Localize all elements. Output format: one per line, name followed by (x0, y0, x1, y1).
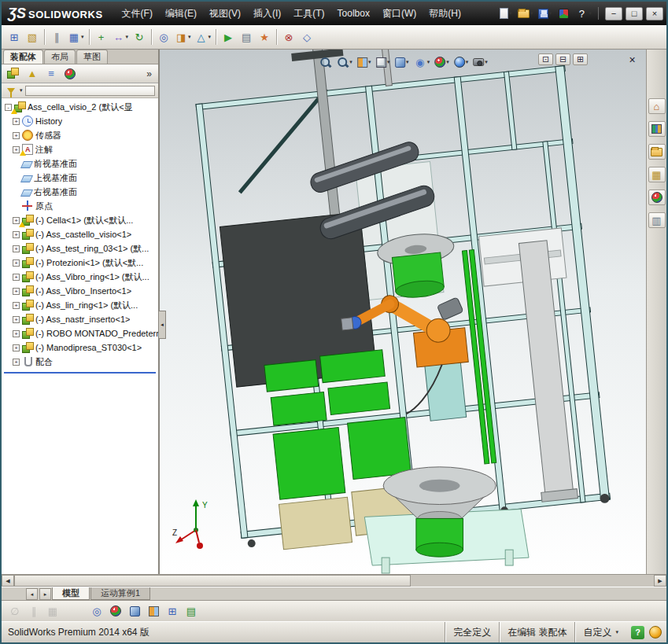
tree-expander[interactable]: + (13, 302, 20, 309)
quick-grid-button[interactable]: ⊞ (164, 602, 181, 620)
menu-item-2[interactable]: 视图(V) (203, 2, 247, 25)
filter-funnel-icon[interactable] (5, 84, 17, 97)
exploded-view-button[interactable]: ★ (256, 28, 273, 46)
tree-expander[interactable]: + (13, 146, 20, 153)
bill-of-materials-button[interactable]: ▤ (238, 28, 255, 46)
apply-scene-caret[interactable]: ▾ (466, 59, 469, 65)
tree-item-13[interactable]: +(-) Ass_Vibro_Inserto<1> (2, 284, 158, 298)
view-settings-button[interactable]: ▾ (471, 53, 489, 72)
quick-hide-show-button[interactable]: ◎ (88, 602, 105, 620)
tree-item-3[interactable]: +注解 (2, 142, 158, 156)
configuration-manager-button[interactable]: ≡ (42, 64, 60, 83)
filter-caret[interactable]: ▾ (20, 87, 23, 94)
tree-item-5[interactable]: 上视基准面 (2, 171, 158, 185)
minimize-doc-button[interactable]: ⊟ (555, 53, 570, 65)
open-document-caret[interactable]: ▾ (530, 10, 533, 17)
view-settings-caret[interactable]: ▾ (485, 59, 488, 65)
tree-expander[interactable]: + (13, 288, 20, 295)
tree-item-14[interactable]: +(-) Ass_lin_ring<1> (默认... (2, 298, 158, 312)
tree-expander[interactable]: + (13, 274, 20, 281)
quick-section-button[interactable] (145, 602, 162, 620)
tree-item-18[interactable]: +配合 (2, 355, 158, 369)
scroll-left-arrow[interactable]: ◀ (2, 575, 14, 587)
view-orientation-button[interactable]: ▾ (375, 53, 392, 72)
display-style-button[interactable]: ▾ (393, 53, 411, 72)
quick-table-button[interactable]: ▤ (183, 602, 200, 620)
tree-item-9[interactable]: +(-) Ass_castello_visio<1> (2, 227, 158, 241)
show-hidden-components-button[interactable]: ◎ (155, 28, 172, 46)
insert-component-button[interactable]: ⊞ (6, 28, 23, 46)
panel-tab-2[interactable]: 草图 (76, 50, 108, 64)
smart-fasteners-button[interactable]: + (93, 28, 110, 46)
help-caret[interactable]: ▾ (589, 10, 592, 17)
open-part-button[interactable]: ▧ (24, 28, 41, 46)
quick-mate-button[interactable]: ∥ (25, 602, 42, 620)
tree-item-4[interactable]: 前视基准面 (2, 156, 158, 171)
menu-item-0[interactable]: 文件(F) (116, 2, 159, 25)
tree-expander[interactable]: + (13, 118, 20, 125)
menu-item-7[interactable]: 帮助(H) (423, 2, 467, 25)
status-custom-dropdown[interactable]: 自定义 ▾ (574, 622, 626, 642)
help-button[interactable]: ?▾ (574, 4, 593, 23)
menu-item-4[interactable]: 工具(T) (287, 2, 330, 25)
solidworks-box-button[interactable] (555, 4, 572, 23)
new-document-caret[interactable]: ▾ (509, 10, 512, 17)
tree-expander[interactable]: + (13, 245, 20, 252)
graphics-viewport[interactable]: ▾▾▾▾◉▾▾▾▾ ⊡⊟⊞× Y Z (160, 50, 646, 574)
rotate-component-button[interactable]: ↻ (131, 28, 148, 46)
selection-filter-button[interactable]: ∅ (6, 602, 24, 620)
tree-expander[interactable]: + (13, 359, 20, 366)
feature-manager-button[interactable] (5, 64, 22, 83)
quick-appearance-button[interactable] (107, 602, 124, 620)
view-orientation-caret[interactable]: ▾ (387, 59, 390, 65)
tree-item-2[interactable]: +传感器 (2, 128, 158, 142)
section-view-button[interactable]: ▾ (356, 53, 373, 72)
tab-nav-1[interactable]: ▸ (39, 588, 51, 600)
maximize-doc-button[interactable]: ⊞ (573, 53, 588, 65)
linear-component-pattern-button[interactable]: ▦▾ (66, 28, 86, 46)
tab-nav-0[interactable]: ◂ (26, 588, 38, 600)
move-component-button[interactable]: ↔▾ (111, 28, 131, 46)
zoom-to-area-button[interactable]: ▾ (335, 53, 354, 72)
view-palette-button[interactable]: ▦ (648, 167, 666, 182)
section-view-caret[interactable]: ▾ (368, 59, 371, 65)
reference-geometry-caret[interactable]: ▾ (209, 34, 212, 40)
menu-item-1[interactable]: 编辑(E) (159, 2, 203, 25)
rollback-bar[interactable] (4, 372, 156, 374)
tree-expander[interactable]: + (13, 344, 20, 351)
edit-appearance-button[interactable]: ▾ (433, 53, 451, 72)
edit-appearance-caret[interactable]: ▾ (446, 59, 449, 65)
maximize-button[interactable]: □ (626, 7, 643, 20)
tree-expander[interactable]: + (13, 132, 20, 139)
new-document-button[interactable]: ▾ (497, 4, 515, 23)
tree-expander[interactable]: + (13, 259, 20, 267)
menu-item-3[interactable]: 插入(I) (247, 2, 287, 25)
custom-properties-button[interactable]: ▥ (648, 212, 666, 228)
display-manager-button[interactable] (61, 64, 79, 83)
tree-expander[interactable]: + (13, 316, 20, 323)
reference-geometry-button[interactable]: △▾ (194, 28, 213, 46)
panel-tab-0[interactable]: 装配体 (3, 50, 43, 64)
apply-scene-button[interactable]: ▾ (452, 53, 471, 72)
panel-collapse-handle[interactable]: ◂ (159, 311, 166, 339)
scroll-right-arrow[interactable]: ▶ (654, 575, 666, 587)
manager-overflow-button[interactable]: » (143, 68, 155, 79)
linear-component-pattern-caret[interactable]: ▾ (81, 34, 84, 40)
zoom-to-area-caret[interactable]: ▾ (349, 59, 352, 65)
open-document-button[interactable]: ▾ (516, 4, 535, 23)
menu-item-5[interactable]: Toolbox (331, 2, 376, 25)
file-explorer-button[interactable] (648, 144, 666, 160)
zoom-to-fit-button[interactable] (316, 53, 334, 72)
menu-item-6[interactable]: 窗口(W) (376, 2, 423, 25)
hide-show-items-button[interactable]: ◉▾ (412, 53, 432, 72)
design-library-button[interactable] (648, 121, 666, 137)
tree-item-15[interactable]: +(-) Ass_nastr_inserto<1> (2, 312, 158, 326)
mate-button[interactable]: ∥ (48, 28, 65, 46)
close-button[interactable]: × (646, 7, 663, 20)
move-component-caret[interactable]: ▾ (126, 34, 129, 40)
appearances-scenes-button[interactable] (648, 190, 666, 205)
viewport-scene[interactable] (160, 50, 646, 574)
tree-expander[interactable]: + (13, 231, 20, 238)
scroll-track[interactable] (14, 575, 654, 587)
instant3d-button[interactable]: ◇ (298, 28, 316, 46)
